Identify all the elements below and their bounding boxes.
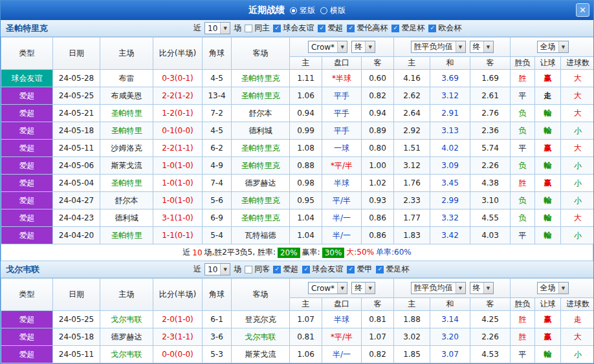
league-filter[interactable]: ✓球会友谊 xyxy=(302,264,343,275)
date-cell: 24-05-25 xyxy=(53,311,100,328)
scope-select[interactable]: 全场 ▼ xyxy=(537,41,569,53)
europe-draw-odds: 3.07 xyxy=(430,346,470,363)
checkbox-icon[interactable]: ✓ xyxy=(347,266,355,273)
checkbox-icon[interactable]: ✓ xyxy=(273,266,281,273)
europe-away-odds: 2.26 xyxy=(470,328,511,346)
league-filter[interactable]: ✓欧会杯 xyxy=(428,23,461,34)
avg-odds-select[interactable]: 胜平负均值 ▼ xyxy=(411,282,466,294)
result-wdl: 平 xyxy=(511,140,535,157)
table-row: 爱超24-04-27舒尔本1-0(1-0)5-6圣帕特里克0.95平/半0.93… xyxy=(1,192,594,209)
filter-bar: 近 10 ▼ 场 同主 ✓球会友谊✓爱超✓爱伦高杯✓爱足杯✓欧会杯 xyxy=(193,22,461,34)
asia-handicap: *半球 xyxy=(322,70,362,87)
europe-away-odds: 4.25 xyxy=(470,311,511,328)
odds-stage-select[interactable]: 终 ▼ xyxy=(351,282,375,294)
odds-source-select[interactable]: Crow* ▼ xyxy=(308,41,347,53)
corner-cell: 4-5 xyxy=(203,122,232,140)
table-row: 爱超24-05-11戈尔韦联0-0(0-0)5-3斯莱戈流1.06半/一0.82… xyxy=(1,346,594,363)
league-filter-label: 爱甲 xyxy=(357,264,372,275)
league-filter-label: 爱超 xyxy=(283,264,298,275)
result-wdl: 负 xyxy=(511,157,535,175)
result-group: 全场 ▼ xyxy=(511,37,594,57)
checkbox-icon[interactable] xyxy=(245,266,252,273)
match-count-select[interactable]: 10 ▼ xyxy=(204,22,230,34)
same-venue-label: 同主 xyxy=(254,23,270,34)
odds-source-select[interactable]: Crow* ▼ xyxy=(308,282,347,294)
corner-cell: 6-2 xyxy=(203,140,232,157)
odds-stage-select[interactable]: 终 ▼ xyxy=(351,41,375,53)
result-handicap: 輸 xyxy=(535,157,561,175)
europe-draw-odds: 3.42 xyxy=(430,227,470,244)
date-cell: 24-04-27 xyxy=(53,192,100,209)
result-wdl: 平 xyxy=(511,87,535,105)
close-button[interactable]: ✕ xyxy=(576,3,589,17)
title-bar: 近期战绩 竖版 横版 ✕ xyxy=(1,1,593,20)
radio-unselected-icon[interactable] xyxy=(320,7,327,14)
league-filter[interactable]: ✓爱足杯 xyxy=(376,264,409,275)
asia-odds-group: Crow* ▼ 终 ▼ xyxy=(290,279,394,298)
results-table-team2: 类型 日期 主场 比分(半场) 角球 客场 Crow* ▼ 终 ▼ xyxy=(1,278,594,363)
layout-vertical-radio[interactable]: 竖版 xyxy=(290,5,315,16)
result-wdl: 胜 xyxy=(511,311,535,328)
europe-home-odds: 1.83 xyxy=(394,227,430,244)
league-filter[interactable]: ✓爱伦高杯 xyxy=(347,23,388,34)
close-icon: ✕ xyxy=(579,5,586,15)
home-team-cell: 戈尔韦联 xyxy=(100,311,153,328)
scope-select[interactable]: 全场 ▼ xyxy=(537,282,569,294)
summary-segment: 场,胜2平3负5, 胜率: xyxy=(204,247,276,258)
page-title: 近期战绩 xyxy=(248,5,285,16)
table-row: 爱超24-05-25布咸美恩2-2(1-2)13-4圣帕特里克1.06平手0.8… xyxy=(1,87,594,105)
checkbox-icon[interactable]: ✓ xyxy=(273,25,281,32)
league-filter[interactable]: ✓球会友谊 xyxy=(273,23,314,34)
result-goals: 小 xyxy=(561,175,594,192)
result-goals: 大 xyxy=(561,328,594,346)
checkbox-icon[interactable] xyxy=(245,25,252,32)
home-team-cell: 圣帕特里 xyxy=(100,105,153,122)
score-cell: 1-1(0-1) xyxy=(153,227,203,244)
checkbox-icon[interactable]: ✓ xyxy=(318,25,325,32)
asia-away-odds: 1.02 xyxy=(362,175,394,192)
league-filter[interactable]: ✓爱足杯 xyxy=(391,23,424,34)
europe-draw-odds: 3.12 xyxy=(430,87,470,105)
col-home: 主场 xyxy=(100,279,153,311)
europe-draw-odds: 2.91 xyxy=(430,105,470,122)
result-goals: 小 xyxy=(561,122,594,140)
col-wdl: 胜负 xyxy=(511,57,535,70)
europe-home-odds: 1.85 xyxy=(394,346,430,363)
checkbox-icon[interactable]: ✓ xyxy=(376,266,384,273)
result-goals: 小 xyxy=(561,346,594,363)
col-asia-away: 客 xyxy=(362,298,394,311)
match-count-select[interactable]: 10 ▼ xyxy=(204,263,230,275)
league-filter[interactable]: ✓爱甲 xyxy=(347,264,372,275)
same-venue-filter[interactable]: 同主 xyxy=(245,23,270,34)
checkbox-icon[interactable]: ✓ xyxy=(347,25,355,32)
away-team-cell: 德利城 xyxy=(232,122,290,140)
corner-cell: 7-2 xyxy=(203,105,232,122)
chevron-down-icon: ▼ xyxy=(456,283,465,294)
avg-stage-select[interactable]: 终 ▼ xyxy=(470,41,494,53)
result-handicap: 輸 xyxy=(535,192,561,209)
checkbox-icon[interactable]: ✓ xyxy=(428,25,436,32)
checkbox-icon[interactable]: ✓ xyxy=(302,266,310,273)
asia-home-odds: 0.95 xyxy=(290,192,322,209)
radio-selected-icon[interactable] xyxy=(290,7,297,14)
layout-horizontal-radio[interactable]: 横版 xyxy=(320,5,346,16)
table-row: 爱超24-04-20圣帕特里1-1(0-1)5-4瓦特福德1.04半/一0.86… xyxy=(1,227,594,244)
table-row: 球会友谊24-05-28布雷0-3(0-1)4-5圣帕特里克1.11*半球0.6… xyxy=(1,70,594,87)
team-name: 戈尔韦联 xyxy=(6,264,193,275)
asia-handicap: 一球 xyxy=(322,140,362,157)
avg-stage-select[interactable]: 终 ▼ xyxy=(470,282,494,294)
checkbox-icon[interactable]: ✓ xyxy=(391,25,399,32)
chevron-down-icon: ▼ xyxy=(456,41,465,52)
avg-odds-select[interactable]: 胜平负均值 ▼ xyxy=(411,41,466,53)
same-venue-filter[interactable]: 同客 xyxy=(245,264,270,275)
league-filter[interactable]: ✓爱超 xyxy=(318,23,343,34)
col-asia-home: 主 xyxy=(290,57,322,70)
col-eu-away: 客 xyxy=(470,298,511,311)
europe-home-odds: 1.77 xyxy=(394,209,430,227)
asia-away-odds: 0.82 xyxy=(362,346,394,363)
league-filter[interactable]: ✓爱超 xyxy=(273,264,298,275)
europe-home-odds: 2.92 xyxy=(394,122,430,140)
europe-draw-odds: 4.02 xyxy=(430,140,470,157)
section-header-team2: 戈尔韦联 近 10 ▼ 场 同客 ✓爱超✓球会友谊✓爱甲✓爱足杯 xyxy=(1,261,593,278)
asia-home-odds: 1.11 xyxy=(290,70,322,87)
